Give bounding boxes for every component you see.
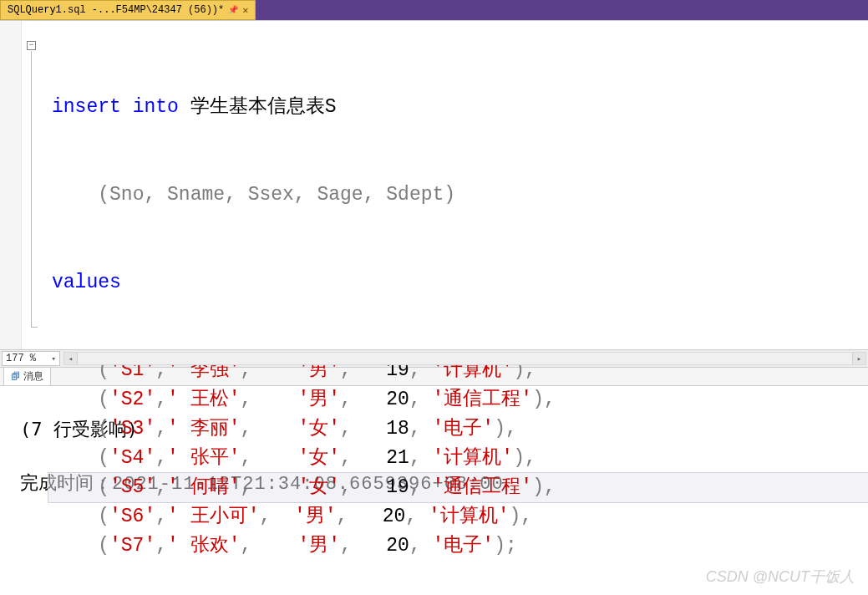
watermark-text: CSDN @NCUT干饭人 [706, 567, 855, 587]
messages-icon: 🗐 [11, 371, 20, 382]
code-line: ('S7',' 张欢', '男', 20, '电子'); [48, 531, 868, 561]
messages-tab[interactable]: 🗐 消息 [3, 367, 51, 385]
code-line: insert into 学生基本信息表S [48, 93, 868, 122]
code-line: (Sno, Sname, Ssex, Sage, Sdept) [48, 181, 868, 210]
scroll-right-icon[interactable]: ▸ [852, 353, 865, 364]
code-line: ('S2',' 王松', '男', 20, '通信工程'), [48, 385, 868, 414]
line-number-margin [0, 21, 22, 349]
code-line: ('S5',' 何晴', '女', 19, '通信工程'), [48, 473, 868, 502]
code-line: ('S6',' 王小可', '男', 20, '计算机'), [48, 502, 868, 531]
outline-gutter: − [22, 21, 48, 349]
close-icon[interactable]: ✕ [242, 4, 248, 17]
fold-guide-line [31, 51, 32, 327]
code-line: values [48, 268, 868, 298]
code-content[interactable]: insert into 学生基本信息表S (Sno, Sname, Ssex, … [48, 21, 868, 349]
fold-guide-end [31, 327, 38, 328]
zoom-value: 177 % [6, 353, 36, 364]
code-line: ('S3',' 李丽', '女', 18, '电子'), [48, 414, 868, 444]
code-line: ('S4',' 张平', '女', 21, '计算机'), [48, 444, 868, 473]
active-document-tab[interactable]: SQLQuery1.sql -...F54MP\24347 (56))* 📌 ✕ [0, 0, 256, 20]
pin-icon[interactable]: 📌 [229, 6, 237, 14]
horizontal-scrollbar[interactable]: ◂ ▸ [63, 352, 866, 365]
fold-toggle-icon[interactable]: − [27, 41, 36, 50]
messages-tab-label: 消息 [23, 369, 43, 384]
tab-title: SQLQuery1.sql -...F54MP\24347 (56))* [8, 4, 224, 16]
scroll-left-icon[interactable]: ◂ [64, 353, 78, 364]
document-tab-bar: SQLQuery1.sql -...F54MP\24347 (56))* 📌 ✕ [0, 0, 868, 20]
code-editor[interactable]: − insert into 学生基本信息表S (Sno, Sname, Ssex… [0, 20, 868, 349]
editor-footer-bar: 177 % ▾ ◂ ▸ [0, 349, 868, 368]
